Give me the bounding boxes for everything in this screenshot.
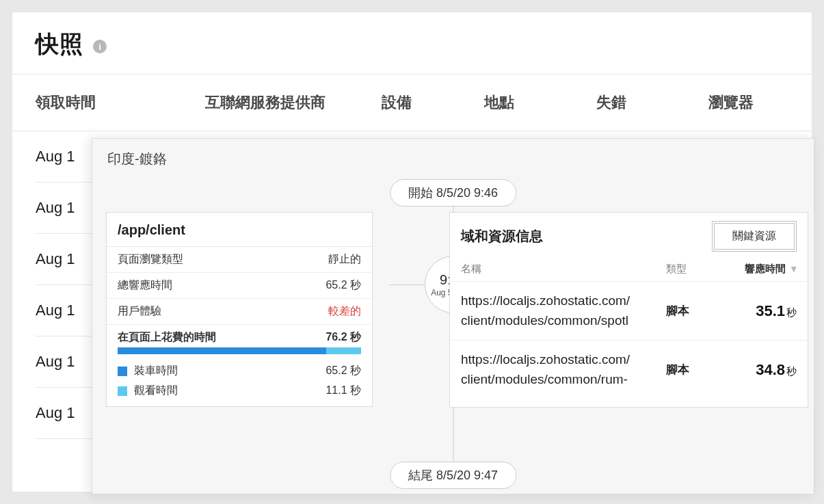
kv-user-experience: 用戶體驗 較差的 (107, 299, 372, 325)
main-card: 快照 i 領取時間 互聯網服務提供商 設備 地點 失錯 瀏覽器 Aug 1 Au… (12, 12, 812, 492)
kv-total-response: 總響應時間 65.2 秒 (107, 273, 372, 299)
page-header: 快照 i (12, 12, 812, 75)
kv-pageview-type: 頁面瀏覽類型 靜止的 (107, 247, 372, 273)
resource-name: https://localjs.zohostatic.com/ client/m… (461, 350, 666, 389)
tab-collection-time[interactable]: 領取時間 (36, 75, 205, 131)
legend-swatch-view (118, 386, 127, 396)
end-time: 8/5/20 9:47 (436, 468, 498, 482)
page-path: /app/client (107, 213, 372, 247)
timeline: 開始 8/5/20 9:46 9:46 Aug 5, 2020 /app/cli… (92, 179, 814, 496)
resource-type: 腳本 (666, 303, 728, 319)
legend-load: 裝車時間 65.2 秒 (107, 361, 372, 381)
resource-name: https://localjs.zohostatic.com/ client/m… (461, 291, 666, 330)
bar-load (118, 347, 326, 354)
time-split-bar (118, 347, 361, 354)
resources-columns: 名稱 類型 響應時間 ▾ (450, 258, 808, 282)
popup-title: 印度-鍍鉻 (92, 139, 814, 179)
resource-response: 35.1秒 (728, 302, 797, 320)
key-resources-button[interactable]: 關鍵資源 (712, 221, 797, 252)
start-pill: 開始 8/5/20 9:46 (390, 179, 516, 207)
resource-row[interactable]: https://localjs.zohostatic.com/ client/m… (450, 282, 808, 341)
col-type: 類型 (666, 263, 728, 276)
col-response-time[interactable]: 響應時間 ▾ (728, 263, 797, 276)
legend-view: 觀看時間 11.1 秒 (107, 381, 372, 406)
start-label: 開始 (408, 186, 433, 200)
resource-type: 腳本 (666, 362, 728, 377)
tab-errors[interactable]: 失錯 (596, 75, 708, 131)
bar-view (326, 347, 361, 354)
connector-left (389, 284, 425, 285)
detail-popup: 印度-鍍鉻 開始 8/5/20 9:46 9:46 Aug 5, 2020 /a… (92, 138, 814, 494)
end-pill: 結尾 8/5/20 9:47 (390, 462, 516, 489)
tabs-bar: 領取時間 互聯網服務提供商 設備 地點 失錯 瀏覽器 (12, 75, 812, 131)
resource-response: 34.8秒 (728, 361, 797, 379)
legend-swatch-load (118, 367, 127, 376)
col-name: 名稱 (461, 263, 666, 276)
end-label: 結尾 (408, 468, 433, 482)
tab-isp[interactable]: 互聯網服務提供商 (205, 75, 382, 131)
tab-device[interactable]: 設備 (382, 75, 484, 131)
tab-location[interactable]: 地點 (484, 75, 596, 131)
page-details-card: /app/client 頁面瀏覽類型 靜止的 總響應時間 65.2 秒 用戶體驗… (106, 212, 373, 407)
kv-time-on-page: 在頁面上花費的時間 76.2 秒 (107, 325, 372, 347)
page-title: 快照 (36, 29, 83, 60)
resources-card: 域和資源信息 關鍵資源 名稱 類型 響應時間 ▾ https://localjs… (449, 212, 808, 408)
chevron-down-icon: ▾ (788, 263, 797, 274)
resources-title: 域和資源信息 (461, 227, 543, 246)
info-icon[interactable]: i (93, 40, 107, 53)
start-time: 8/5/20 9:46 (436, 186, 498, 200)
resource-row[interactable]: https://localjs.zohostatic.com/ client/m… (450, 341, 808, 399)
tab-browser[interactable]: 瀏覽器 (708, 75, 754, 131)
